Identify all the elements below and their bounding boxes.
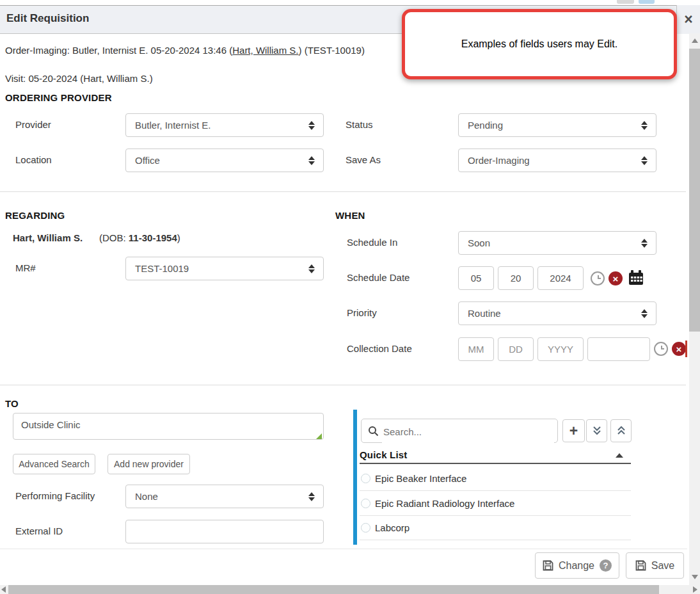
change-button[interactable]: Change ? (535, 552, 619, 579)
background-button-partial[interactable] (617, 0, 634, 4)
section-divider (0, 191, 686, 192)
close-icon: × (684, 12, 692, 27)
save-as-select[interactable]: Order-Imaging (458, 148, 656, 172)
updown-icon (308, 264, 315, 273)
double-chevron-down-icon (593, 426, 601, 436)
list-separator (360, 540, 631, 540)
scroll-up-icon[interactable] (692, 38, 698, 43)
scroll-down-icon[interactable] (692, 575, 698, 579)
advanced-search-button[interactable]: Advanced Search (13, 454, 95, 474)
dob-suffix: ) (177, 232, 180, 243)
patient-name: Hart, William S. (13, 232, 83, 243)
schedule-in-select[interactable]: Soon (458, 231, 656, 255)
dob-prefix: (DOB: (99, 232, 129, 243)
add-new-provider-label: Add new provider (114, 459, 184, 469)
schedule-date-label: Schedule Date (347, 272, 410, 283)
save-as-value: Order-Imaging (468, 155, 530, 166)
add-recipient-button[interactable]: + (562, 419, 585, 442)
quick-list-underline (360, 463, 631, 464)
horizontal-scrollbar-thumb[interactable] (8, 585, 659, 594)
clear-date-icon[interactable]: × (672, 342, 686, 356)
panel-accent-bar (353, 410, 357, 545)
status-label: Status (346, 119, 373, 130)
schedule-in-label: Schedule In (347, 237, 397, 248)
save-disk-icon (543, 560, 553, 571)
scroll-left-icon[interactable] (1, 586, 6, 593)
collection-day-input[interactable] (498, 337, 534, 361)
external-id-label: External ID (15, 526, 63, 536)
list-item[interactable]: Epic Radiant Radiology Interface (375, 498, 514, 509)
collection-month-input[interactable] (458, 337, 494, 361)
location-select[interactable]: Office (125, 148, 324, 172)
updown-icon (308, 121, 315, 130)
list-separator (360, 515, 631, 516)
status-select[interactable]: Pending (458, 113, 656, 137)
clear-date-icon[interactable]: × (609, 271, 623, 285)
location-label: Location (15, 154, 52, 165)
priority-label: Priority (347, 307, 377, 318)
annotation-text: Examples of fields users may Edit. (461, 38, 618, 50)
order-summary-suffix: ) (TEST-10019) (299, 45, 365, 56)
collapse-section-icon[interactable] (616, 453, 623, 458)
expand-all-button[interactable] (586, 419, 607, 442)
order-summary-prefix: Order-Imaging: Butler, Internist E. 05-2… (5, 45, 232, 56)
patient-dob: (DOB: 11-30-1954) (99, 232, 180, 243)
updown-icon (641, 239, 648, 248)
performing-facility-select[interactable]: None (125, 485, 324, 508)
status-value: Pending (468, 120, 503, 131)
provider-select[interactable]: Butler, Internist E. (125, 113, 324, 137)
background-button-partial-blue[interactable] (639, 0, 655, 4)
double-chevron-up-icon (617, 426, 626, 436)
scroll-right-icon[interactable] (693, 586, 697, 593)
provider-label: Provider (15, 119, 51, 130)
section-to: TO (5, 398, 19, 409)
provider-value: Butler, Internist E. (135, 120, 211, 131)
updown-icon (308, 156, 315, 165)
footer-divider (0, 549, 687, 549)
add-new-provider-button[interactable]: Add new provider (107, 454, 190, 474)
vertical-scrollbar-thumb[interactable] (689, 49, 700, 332)
change-label: Change (559, 560, 594, 572)
mr-label: MR# (15, 262, 36, 273)
plus-icon: + (569, 422, 578, 440)
schedule-month-input[interactable] (458, 266, 494, 290)
collection-year-input[interactable] (537, 337, 584, 361)
schedule-year-input[interactable] (537, 266, 584, 290)
save-button[interactable]: Save (626, 552, 684, 579)
quick-list-heading: Quick List (360, 449, 408, 460)
annotation-callout: Examples of fields users may Edit. (402, 9, 677, 79)
collapse-all-button[interactable] (610, 419, 632, 442)
quick-list-radio[interactable] (361, 523, 370, 533)
close-button[interactable]: × (676, 5, 700, 34)
list-separator (360, 490, 631, 491)
resize-grip-icon[interactable] (316, 433, 322, 439)
dialog-title: Edit Requisition (6, 12, 89, 25)
save-as-label: Save As (346, 154, 381, 165)
search-input[interactable] (382, 420, 554, 443)
calendar-icon[interactable] (628, 269, 644, 286)
updown-icon (308, 492, 315, 501)
recipient-textarea[interactable]: Outside Clinic (13, 413, 324, 440)
search-icon (368, 426, 379, 437)
edit-requisition-dialog: Edit Requisition × Examples of fields us… (0, 0, 700, 594)
schedule-day-input[interactable] (498, 266, 534, 290)
section-ordering-provider: ORDERING PROVIDER (5, 92, 112, 103)
external-id-input[interactable] (125, 520, 324, 543)
mr-select[interactable]: TEST-10019 (125, 257, 324, 280)
clock-icon[interactable] (591, 271, 605, 285)
quick-list-radio[interactable] (361, 474, 370, 483)
quick-list-radio[interactable] (361, 499, 370, 508)
priority-value: Routine (468, 308, 501, 319)
patient-link[interactable]: Hart, William S. (232, 45, 298, 56)
updown-icon (641, 309, 648, 318)
clock-icon[interactable] (654, 342, 668, 356)
help-icon[interactable]: ? (600, 559, 612, 572)
performing-facility-label: Performing Facility (15, 490, 95, 501)
list-item[interactable]: Labcorp (375, 522, 410, 533)
list-item[interactable]: Epic Beaker Interface (375, 473, 466, 484)
performing-facility-value: None (135, 491, 158, 502)
priority-select[interactable]: Routine (458, 301, 656, 325)
collection-date-label: Collection Date (347, 343, 412, 354)
collection-time-input[interactable] (587, 337, 650, 361)
save-disk-icon (635, 560, 646, 571)
